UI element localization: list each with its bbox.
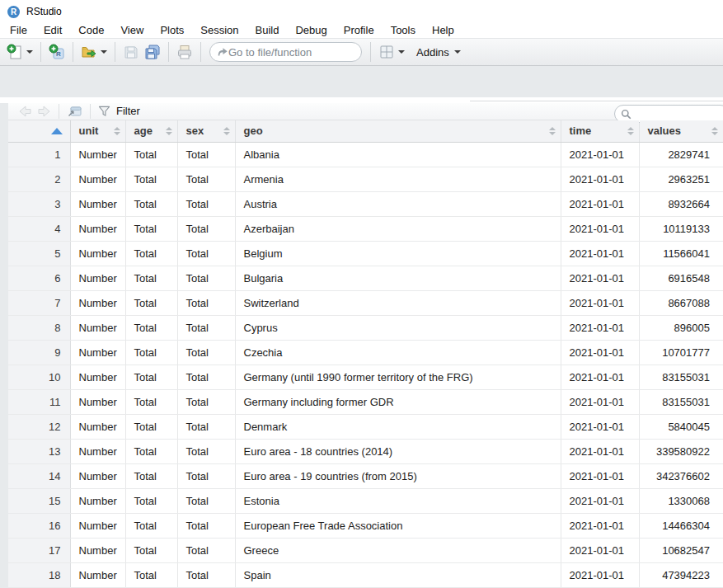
table-row[interactable]: 4 Number Total Total Azerbaijan 2021-01-… (8, 217, 723, 242)
table-row[interactable]: 6 Number Total Total Bulgaria 2021-01-01… (8, 266, 723, 291)
cell-sex: Total (177, 167, 235, 192)
panes-layout-button[interactable] (376, 42, 407, 62)
cell-time: 2021-01-01 (561, 489, 639, 514)
table-row[interactable]: 16 Number Total Total European Free Trad… (8, 514, 723, 539)
sort-arrows-icon[interactable] (549, 127, 556, 135)
sort-arrows-icon[interactable] (166, 127, 172, 135)
sort-arrows-icon[interactable] (711, 127, 718, 135)
cell-values: 896005 (639, 316, 723, 341)
cell-age: Total (125, 217, 177, 242)
cell-age: Total (125, 415, 177, 440)
cell-values: 342376602 (639, 464, 723, 489)
cell-sex: Total (177, 464, 235, 489)
cell-unit: Number (70, 266, 125, 291)
cell-values: 83155031 (639, 390, 723, 415)
cell-rownum: 11 (8, 390, 70, 415)
sort-arrows-icon[interactable] (114, 127, 120, 135)
cell-sex: Total (177, 143, 235, 167)
table-row[interactable]: 11 Number Total Total Germany including … (8, 390, 723, 415)
table-row[interactable]: 2 Number Total Total Armenia 2021-01-01 … (8, 167, 723, 192)
cell-unit: Number (70, 316, 125, 341)
cell-time: 2021-01-01 (561, 390, 639, 415)
cell-values: 10119133 (639, 217, 723, 242)
tab-strip (0, 97, 723, 103)
new-file-button[interactable] (4, 42, 35, 62)
table-row[interactable]: 10 Number Total Total Germany (until 199… (8, 365, 723, 390)
viewer-search-input[interactable] (631, 108, 723, 120)
cell-sex: Total (177, 316, 235, 341)
column-header-geo[interactable]: geo (235, 120, 561, 143)
toolbar-separator (168, 42, 169, 62)
table-row[interactable]: 13 Number Total Total Euro area - 18 cou… (8, 440, 723, 464)
menu-profile[interactable]: Profile (336, 23, 383, 38)
menu-build[interactable]: Build (247, 23, 288, 38)
column-header-unit[interactable]: unit (70, 120, 125, 143)
table-row[interactable]: 18 Number Total Total Spain 2021-01-01 4… (8, 563, 723, 588)
menu-session[interactable]: Session (192, 23, 246, 38)
column-header-time[interactable]: time (561, 120, 639, 143)
cell-values: 47394223 (639, 563, 723, 588)
filter-label[interactable]: Filter (116, 105, 140, 117)
table-row[interactable]: 12 Number Total Total Denmark 2021-01-01… (8, 415, 723, 440)
table-row[interactable]: 17 Number Total Total Greece 2021-01-01 … (8, 539, 723, 563)
menu-file[interactable]: File (2, 23, 35, 38)
show-in-new-window-icon[interactable] (67, 105, 82, 118)
save-button[interactable] (120, 42, 142, 62)
open-file-dropdown-caret[interactable] (101, 50, 107, 54)
cell-unit: Number (70, 167, 125, 192)
cell-sex: Total (177, 539, 235, 563)
table-row[interactable]: 14 Number Total Total Euro area - 19 cou… (8, 464, 723, 489)
sort-arrows-icon[interactable] (223, 127, 230, 135)
rownum-column-header[interactable] (8, 120, 70, 143)
menu-edit[interactable]: Edit (35, 23, 70, 38)
table-row[interactable]: 15 Number Total Total Estonia 2021-01-01… (8, 489, 723, 514)
cell-unit: Number (70, 440, 125, 464)
menu-plots[interactable]: Plots (152, 23, 192, 38)
addins-button[interactable]: Addins (407, 45, 463, 60)
filter-icon[interactable] (98, 106, 110, 117)
cell-geo: Azerbaijan (235, 217, 561, 242)
new-file-dropdown-caret[interactable] (26, 50, 33, 54)
menu-code[interactable]: Code (70, 23, 112, 38)
cell-rownum: 10 (8, 365, 70, 390)
cell-values: 11566041 (639, 242, 723, 266)
viewer-toolbar-separator (90, 104, 91, 119)
print-button[interactable] (174, 42, 195, 62)
new-project-button[interactable]: R (46, 42, 68, 62)
cell-sex: Total (177, 291, 235, 316)
cell-age: Total (125, 563, 177, 588)
column-label: geo (244, 125, 263, 137)
cell-unit: Number (70, 539, 125, 563)
column-header-values[interactable]: values (639, 120, 723, 143)
main-toolbar: R (0, 38, 723, 66)
panes-layout-dropdown-caret[interactable] (398, 50, 405, 54)
back-icon[interactable] (18, 105, 33, 118)
column-header-age[interactable]: age (125, 120, 177, 143)
goto-file-function-box[interactable] (209, 42, 362, 62)
menu-tools[interactable]: Tools (383, 23, 424, 38)
column-label: sex (186, 125, 204, 137)
save-all-button[interactable] (142, 42, 163, 62)
cell-sex: Total (177, 415, 235, 440)
forward-icon[interactable] (36, 105, 51, 118)
cell-age: Total (125, 266, 177, 291)
menu-debug[interactable]: Debug (287, 23, 335, 38)
cell-unit: Number (70, 365, 125, 390)
goto-file-function-input[interactable] (228, 46, 354, 59)
cell-geo: Estonia (235, 489, 561, 514)
menu-help[interactable]: Help (424, 23, 462, 38)
menu-view[interactable]: View (112, 23, 152, 38)
open-file-button[interactable] (78, 42, 110, 62)
column-label: age (134, 125, 153, 137)
table-row[interactable]: 5 Number Total Total Belgium 2021-01-01 … (8, 242, 723, 266)
table-row[interactable]: 1 Number Total Total Albania 2021-01-01 … (8, 143, 723, 167)
table-row[interactable]: 8 Number Total Total Cyprus 2021-01-01 8… (8, 316, 723, 341)
cell-time: 2021-01-01 (561, 316, 639, 341)
cell-age: Total (125, 489, 177, 514)
table-row[interactable]: 9 Number Total Total Czechia 2021-01-01 … (8, 341, 723, 365)
table-row[interactable]: 3 Number Total Total Austria 2021-01-01 … (8, 192, 723, 217)
column-header-sex[interactable]: sex (177, 120, 235, 143)
sort-arrows-icon[interactable] (627, 127, 634, 135)
table-row[interactable]: 7 Number Total Total Switzerland 2021-01… (8, 291, 723, 316)
cell-geo: Austria (235, 192, 561, 217)
